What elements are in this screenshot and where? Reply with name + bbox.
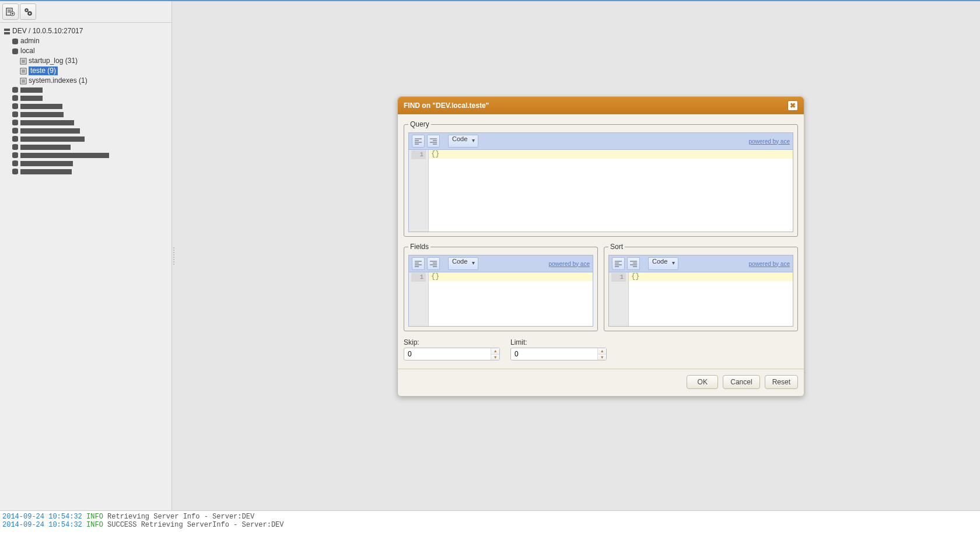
redacted-label [20, 120, 74, 125]
align-left-icon [414, 260, 422, 267]
tree-db-redacted[interactable] [10, 127, 169, 135]
collection-icon [20, 68, 27, 75]
editor-toolbar: Code powered by ace [609, 255, 793, 272]
editor-gutter: 1 [409, 150, 429, 232]
align-right-button[interactable] [627, 257, 640, 270]
database-icon [12, 160, 19, 167]
limit-spinner[interactable]: ▲ ▼ [510, 348, 607, 360]
tree-db-redacted[interactable] [10, 118, 169, 127]
editor-toolbar: Code powered by ace [409, 255, 593, 272]
tree-db-redacted[interactable] [10, 151, 169, 159]
database-icon [12, 135, 19, 142]
svg-rect-11 [4, 29, 10, 31]
align-left-button[interactable] [412, 257, 425, 270]
add-server-button[interactable] [2, 3, 19, 20]
align-left-button[interactable] [412, 135, 425, 148]
code-content[interactable]: {} [429, 272, 593, 326]
skip-spinner[interactable]: ▲ ▼ [404, 348, 500, 360]
dialog-close-button[interactable]: ✖ [788, 100, 798, 111]
redacted-label [20, 96, 43, 101]
dialog-actions: OK Cancel Reset [404, 375, 798, 390]
align-left-icon [414, 138, 422, 145]
content-area: FIND on "DEV.local.teste" ✖ Query [176, 1, 980, 510]
editor-toolbar: Code powered by ace [409, 133, 793, 150]
tree-db-admin[interactable]: admin [10, 36, 169, 46]
select-value: Code [652, 258, 667, 265]
code-content[interactable]: {} [629, 272, 793, 326]
spin-down-button[interactable]: ▼ [491, 355, 499, 360]
tree-db-redacted[interactable] [10, 102, 169, 110]
tree-db-redacted[interactable] [10, 110, 169, 118]
editor-mode-select[interactable]: Code [448, 257, 478, 270]
redacted-label [20, 136, 85, 142]
spin-up-button[interactable]: ▲ [491, 348, 499, 355]
tree-coll-startup-log[interactable]: startup_log (31) [19, 56, 169, 66]
editor-mode-select[interactable]: Code [648, 257, 678, 270]
tree-coll-teste[interactable]: teste (9) [19, 66, 169, 76]
tree-db-redacted[interactable] [10, 167, 169, 176]
sort-legend: Sort [608, 243, 625, 251]
database-icon [12, 127, 19, 134]
cancel-button[interactable]: Cancel [723, 375, 760, 389]
sidebar-toolbar [0, 1, 172, 23]
editor-mode-select[interactable]: Code [448, 135, 478, 148]
database-icon [12, 143, 19, 150]
tree-db-redacted[interactable] [10, 135, 169, 143]
redacted-label [20, 128, 80, 134]
tree-label: local [20, 47, 35, 55]
align-left-button[interactable] [612, 257, 625, 270]
fields-editor: Code powered by ace 1 {} [408, 255, 593, 327]
powered-by-link[interactable]: powered by ace [748, 138, 790, 145]
skip-input[interactable] [404, 348, 491, 360]
database-icon [12, 86, 19, 93]
tree-db-local[interactable]: local [10, 46, 169, 56]
spin-down-button[interactable]: ▼ [598, 355, 606, 360]
database-icon [12, 38, 19, 45]
close-icon: ✖ [790, 101, 796, 110]
redacted-label [20, 145, 71, 150]
query-editor: Code powered by ace 1 {} [408, 132, 793, 232]
code-editor-area[interactable]: 1 {} [409, 272, 593, 326]
reset-button[interactable]: Reset [765, 375, 798, 389]
database-icon [12, 152, 19, 159]
tree-db-redacted[interactable] [10, 94, 169, 102]
spin-up-button[interactable]: ▲ [598, 348, 606, 355]
log-console[interactable]: 2014-09-24 10:54:32 INFO Retrieving Serv… [0, 510, 980, 557]
tree-coll-system-indexes[interactable]: system.indexes (1) [19, 76, 169, 86]
tree-label: startup_log (31) [29, 57, 78, 65]
align-right-icon [629, 260, 638, 267]
collection-icon [20, 58, 27, 65]
tree-db-redacted[interactable] [10, 143, 169, 151]
tree-view[interactable]: DEV / 10.0.5.10:27017 admin local s [0, 23, 172, 179]
code-content[interactable]: {} [429, 150, 793, 232]
tree-label: admin [20, 37, 40, 45]
redacted-label [20, 112, 64, 117]
dialog-separator [398, 369, 804, 369]
tree-server-node[interactable]: DEV / 10.0.5.10:27017 [2, 26, 169, 36]
limit-input[interactable] [511, 348, 597, 360]
align-right-button[interactable] [427, 257, 440, 270]
align-right-button[interactable] [427, 135, 440, 148]
ok-button[interactable]: OK [687, 375, 718, 389]
select-value: Code [452, 135, 467, 142]
sort-editor: Code powered by ace 1 {} [608, 255, 793, 327]
spinner-buttons: ▲ ▼ [597, 348, 606, 360]
svg-point-9 [26, 9, 27, 10]
svg-rect-12 [4, 32, 10, 34]
redacted-label [20, 153, 109, 158]
dialog-titlebar[interactable]: FIND on "DEV.local.teste" ✖ [398, 97, 804, 114]
fields-legend: Fields [408, 243, 430, 251]
powered-by-link[interactable]: powered by ace [748, 261, 790, 267]
database-icon [12, 94, 19, 101]
tree-db-redacted[interactable] [10, 159, 169, 167]
powered-by-link[interactable]: powered by ace [548, 261, 590, 267]
dialog-title-text: FIND on "DEV.local.teste" [404, 101, 489, 110]
align-right-icon [429, 260, 438, 267]
find-dialog: FIND on "DEV.local.teste" ✖ Query [397, 96, 804, 397]
code-editor-area[interactable]: 1 {} [409, 150, 793, 232]
database-icon [12, 168, 19, 175]
code-editor-area[interactable]: 1 {} [609, 272, 793, 326]
tree-db-redacted[interactable] [10, 86, 169, 94]
select-value: Code [452, 258, 467, 265]
settings-button[interactable] [20, 3, 36, 20]
